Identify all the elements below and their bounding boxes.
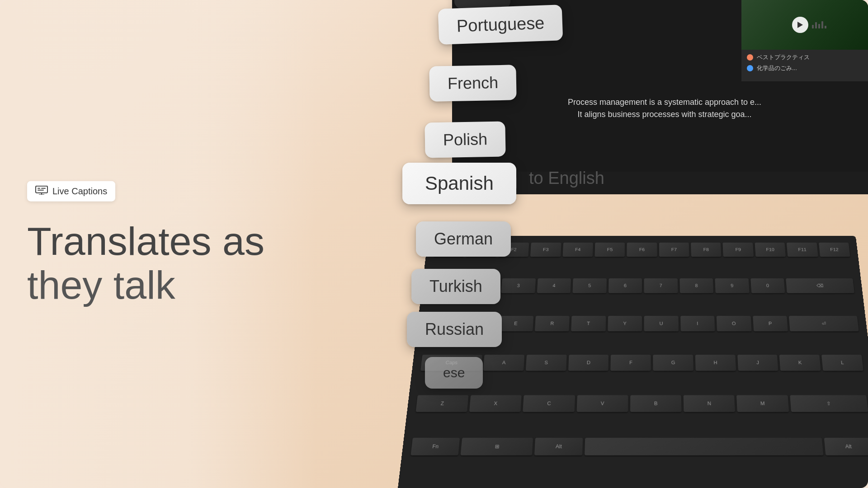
keyboard-surface: Esc F1 F2 F3 F4 F5 F6 F7 F8 F9 F10 F11 F… <box>398 236 868 488</box>
live-captions-label: Live Captions <box>52 186 107 197</box>
key-h: H <box>695 355 736 371</box>
check-circle-1 <box>747 54 753 61</box>
key-win: ⊞ <box>461 438 533 455</box>
key-f12: F12 <box>819 243 850 257</box>
key-n: N <box>684 395 736 412</box>
key-t: T <box>571 316 606 331</box>
key-backspace: ⌫ <box>786 278 854 293</box>
svg-point-7 <box>481 181 485 184</box>
key-row-3: Q W E R T Y U I O P ⏎ <box>423 316 861 352</box>
key-9: 9 <box>715 278 749 293</box>
svg-rect-5 <box>38 190 44 191</box>
key-5: 5 <box>572 278 606 293</box>
checklist: ベストプラクティス 化学品のごみ... <box>741 50 868 79</box>
key-j: J <box>737 355 778 371</box>
key-l: L <box>821 355 863 371</box>
svg-line-8 <box>485 184 486 186</box>
caption-area: Process management is a systematic appro… <box>452 81 868 136</box>
audio-bars <box>812 21 826 28</box>
key-g: G <box>653 355 693 371</box>
key-i: I <box>680 316 715 331</box>
headline-line1: Translates as <box>27 219 264 263</box>
key-e: E <box>498 316 533 331</box>
key-esc: Esc <box>434 243 465 257</box>
main-container: Live Captions Translates as they talk <box>0 0 868 488</box>
key-2: 2 <box>465 278 500 293</box>
key-q: Q <box>425 316 461 331</box>
key-f6: F6 <box>627 243 657 257</box>
key-k: K <box>779 355 821 371</box>
laptop-screen: ベストプラクティス 化学品のごみ... Process management i… <box>452 0 868 194</box>
key-c: C <box>523 395 575 412</box>
key-f2: F2 <box>498 243 529 257</box>
key-6: 6 <box>608 278 642 293</box>
key-alt: Alt <box>534 438 583 455</box>
key-b: B <box>630 395 682 412</box>
key-fn: Fn <box>410 438 460 455</box>
taskbar: ⊞ Search <box>452 172 868 194</box>
search-bar[interactable]: Search <box>474 177 517 189</box>
key-v: V <box>576 395 628 412</box>
svg-marker-6 <box>797 22 803 28</box>
key-7: 7 <box>644 278 678 293</box>
svg-rect-4 <box>41 188 46 189</box>
key-z: Z <box>416 395 469 412</box>
svg-rect-0 <box>36 186 47 193</box>
key-f: F <box>611 355 651 371</box>
key-8: 8 <box>679 278 713 293</box>
key-enter: ⏎ <box>789 316 859 331</box>
laptop-keyboard: Esc F1 F2 F3 F4 F5 F6 F7 F8 F9 F10 F11 F… <box>398 236 868 488</box>
key-3: 3 <box>501 278 535 293</box>
key-w: W <box>462 316 497 331</box>
search-label: Search <box>491 179 510 187</box>
right-content-area: ベストプラクティス 化学品のごみ... Process management i… <box>434 0 868 488</box>
captions-icon <box>35 186 48 197</box>
key-f11: F11 <box>787 243 818 257</box>
key-shift-r: ⇧ <box>790 395 868 412</box>
headline-line2: they talk <box>27 263 175 307</box>
key-alt-r: Alt <box>824 438 868 455</box>
key-f9: F9 <box>723 243 754 257</box>
key-caps: Caps <box>420 355 482 371</box>
key-p: P <box>753 316 788 331</box>
live-captions-badge: Live Captions <box>27 181 115 202</box>
check-circle-2 <box>747 65 753 71</box>
key-f1: F1 <box>466 243 497 257</box>
key-row-6: Fn ⊞ Alt Alt <box>408 438 868 479</box>
key-o: O <box>717 316 751 331</box>
key-m: M <box>736 395 789 412</box>
play-button[interactable] <box>792 17 808 33</box>
search-icon <box>481 180 487 186</box>
key-f10: F10 <box>755 243 786 257</box>
key-r: R <box>534 316 569 331</box>
key-x: X <box>469 395 522 412</box>
key-y: Y <box>608 316 642 331</box>
key-row-4: Caps A S D F G H J K L <box>418 355 866 393</box>
key-a: A <box>483 355 524 371</box>
windows-icon: ⊞ <box>459 178 467 188</box>
screen-content: ベストプラクティス 化学品のごみ... Process management i… <box>452 0 868 194</box>
key-space <box>585 438 823 455</box>
key-d: D <box>568 355 609 371</box>
key-f4: F4 <box>562 243 593 257</box>
key-row-1: Esc F1 F2 F3 F4 F5 F6 F7 F8 F9 F10 F11 F… <box>431 243 852 277</box>
caption-text: Process management is a systematic appro… <box>568 96 761 121</box>
key-f8: F8 <box>691 243 722 257</box>
checklist-item-2: 化学品のごみ... <box>747 64 868 72</box>
key-f5: F5 <box>594 243 625 257</box>
key-0: 0 <box>750 278 785 293</box>
key-row-2: 1 2 3 4 5 6 7 8 9 0 ⌫ <box>427 278 857 314</box>
screen-top-app: ベストプラクティス 化学品のごみ... <box>741 0 868 81</box>
key-1: 1 <box>429 278 465 293</box>
svg-rect-3 <box>38 188 40 189</box>
checklist-item-1: ベストプラクティス <box>747 53 868 61</box>
key-f3: F3 <box>530 243 561 257</box>
video-thumbnail <box>741 0 868 50</box>
key-4: 4 <box>537 278 571 293</box>
key-row-5: Z X C V B N M ⇧ <box>413 395 868 435</box>
key-f7: F7 <box>659 243 689 257</box>
main-headline: Translates as they talk <box>27 220 264 307</box>
left-content-area: Live Captions Translates as they talk <box>27 181 264 307</box>
key-s: S <box>526 355 567 371</box>
key-u: U <box>644 316 679 331</box>
